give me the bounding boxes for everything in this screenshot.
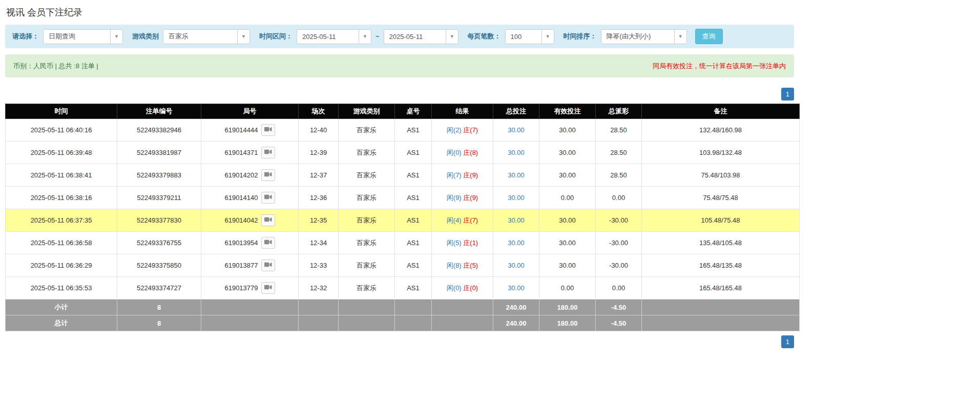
game-video-button[interactable] [261,259,275,271]
chevron-down-icon: ▼ [237,30,249,44]
round-id-inner: 619013779 [203,282,296,294]
round-id-cell: 619014042 [201,209,299,232]
table-no-cell: AS1 [395,119,432,142]
payout-cell: 0.00 [596,187,642,209]
game-type-select[interactable]: 百家乐 ▼ [163,29,250,44]
game-video-button[interactable] [261,147,275,158]
player-result: 闲(4) [447,216,462,224]
round-id-text: 619014140 [224,194,258,202]
page-size-select[interactable]: 100 ▼ [505,29,554,44]
sort-order-label: 时间排序： [564,32,597,41]
round-id-inner: 619013877 [203,259,296,271]
column-header: 总派彩 [596,104,642,119]
round-id-inner: 619014140 [203,192,296,204]
bet-id-cell: 522493376755 [117,232,201,254]
total-bet-link[interactable]: 30.00 [508,194,525,202]
remark-cell: 165.48/165.48 [642,277,800,299]
query-type-select[interactable]: 日期查询 ▼ [43,29,123,44]
query-type-value: 日期查询 [44,32,110,41]
chevron-down-icon: ▼ [446,30,458,44]
valid-bet-notice: 同局有效投注，统一计算在该局第一张注单内 [653,62,786,71]
summary-empty-cell [201,299,299,315]
summary-valid-bet-cell: 180.00 [539,299,596,315]
summary-bar: 币别：人民币 | 总共 :8 注单 | 同局有效投注，统一计算在该局第一张注单内 [5,54,794,77]
game-video-button[interactable] [261,192,275,204]
table-row: 2025-05-11 06:38:16522493379211619014140… [6,187,800,209]
remark-cell: 105.48/75.48 [642,209,800,232]
round-id-cell: 619013954 [201,232,299,254]
total-bet-cell: 30.00 [493,209,539,232]
sort-order-select[interactable]: 降幂(由大到小) ▼ [601,29,687,44]
player-result: 闲(7) [447,171,462,179]
summary-count-cell: 8 [117,315,201,331]
total-bet-cell: 30.00 [493,254,539,277]
search-button[interactable]: 查询 [695,29,723,44]
banker-result: 庄(7) [463,126,478,134]
game-type-cell: 百家乐 [339,209,395,232]
round-id-cell: 619014371 [201,142,299,164]
total-bet-link[interactable]: 30.00 [508,239,525,247]
payout-cell: 0.00 [596,277,642,299]
page-size-value: 100 [506,33,541,41]
round-id-text: 619014444 [224,126,258,134]
banker-result: 庄(0) [463,284,478,292]
table-no-cell: AS1 [395,142,432,164]
date-to-select[interactable]: 2025-05-11 ▼ [384,29,458,44]
game-video-button[interactable] [261,237,275,249]
date-from-select[interactable]: 2025-05-11 ▼ [297,29,371,44]
round-id-text: 619013954 [224,239,258,247]
table-row: 2025-05-11 06:39:48522493381987619014371… [6,142,800,164]
page-number-button[interactable]: 1 [781,88,794,101]
total-bet-link[interactable]: 30.00 [508,262,525,269]
banker-result: 庄(5) [463,262,478,269]
page-number-button[interactable]: 1 [781,335,794,348]
player-result: 闲(9) [447,194,462,202]
payout-cell: -30.00 [596,209,642,232]
summary-valid-bet-cell: 180.00 [539,315,596,331]
table-row: 2025-05-11 06:40:16522493382946619014444… [6,119,800,142]
summary-empty-cell [395,315,432,331]
game-video-button[interactable] [261,214,275,226]
total-bet-cell: 30.00 [493,142,539,164]
bet-id-cell: 522493381987 [117,142,201,164]
result-cell: 闲(9) 庄(9) [432,187,493,209]
remark-cell: 135.48/105.48 [642,232,800,254]
column-header: 备注 [642,104,800,119]
time-cell: 2025-05-11 06:36:58 [6,232,117,254]
game-type-cell: 百家乐 [339,232,395,254]
bet-id-cell: 522493374727 [117,277,201,299]
round-id-text: 619013779 [224,284,258,292]
total-bet-link[interactable]: 30.00 [508,149,525,156]
total-bet-link[interactable]: 30.00 [508,171,525,179]
round-id-inner: 619014202 [203,169,296,181]
summary-empty-cell [339,299,395,315]
time-cell: 2025-05-11 06:39:48 [6,142,117,164]
time-cell: 2025-05-11 06:36:29 [6,254,117,277]
table-row: 2025-05-11 06:35:53522493374727619013779… [6,277,800,299]
video-icon [264,284,272,292]
bet-id-cell: 522493379211 [117,187,201,209]
date-from-value: 2025-05-11 [297,33,359,41]
valid-bet-cell: 30.00 [539,164,596,187]
table-row: 2025-05-11 06:36:29522493375850619013877… [6,254,800,277]
video-icon [264,126,272,134]
summary-empty-cell [299,315,339,331]
round-id-cell: 619014202 [201,164,299,187]
session-cell: 12-36 [299,187,339,209]
total-bet-link[interactable]: 30.00 [508,216,525,224]
session-cell: 12-37 [299,164,339,187]
payout-cell: 28.50 [596,164,642,187]
chevron-down-icon: ▼ [541,30,554,44]
game-video-button[interactable] [261,124,275,136]
summary-total-bet-cell: 240.00 [493,299,539,315]
session-cell: 12-40 [299,119,339,142]
time-cell: 2025-05-11 06:37:35 [6,209,117,232]
banker-result: 庄(1) [463,239,478,247]
round-id-text: 619014371 [224,149,258,156]
total-bet-link[interactable]: 30.00 [508,284,525,292]
round-id-inner: 619014042 [203,214,296,226]
total-bet-link[interactable]: 30.00 [508,126,525,134]
game-type-cell: 百家乐 [339,277,395,299]
game-video-button[interactable] [261,282,275,294]
game-video-button[interactable] [261,169,275,181]
